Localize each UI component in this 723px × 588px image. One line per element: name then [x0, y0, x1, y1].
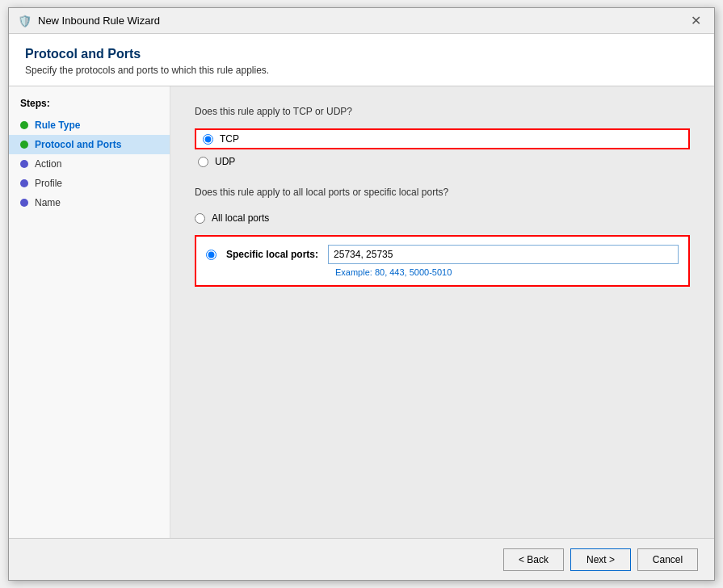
step-label-rule-type: Rule Type	[35, 120, 80, 131]
tcp-option[interactable]: TCP	[195, 128, 690, 149]
udp-label: UDP	[215, 156, 235, 167]
page-title: Protocol and Ports	[25, 47, 698, 61]
dialog-icon: 🛡️	[17, 14, 32, 28]
all-ports-label: All local ports	[212, 212, 269, 224]
title-bar-left: 🛡️ New Inbound Rule Wizard	[17, 14, 160, 28]
step-dot-action	[20, 160, 28, 168]
protocol-radio-group: TCP UDP	[195, 128, 690, 167]
ports-input[interactable]	[328, 245, 679, 264]
header-section: Protocol and Ports Specify the protocols…	[9, 34, 714, 86]
title-bar: 🛡️ New Inbound Rule Wizard ✕	[9, 8, 714, 34]
sidebar: Steps: Rule Type Protocol and Ports Acti…	[9, 86, 170, 538]
page-subtitle: Specify the protocols and ports to which…	[25, 65, 698, 76]
step-dot-name	[20, 199, 28, 207]
cancel-button[interactable]: Cancel	[637, 548, 698, 571]
sidebar-item-protocol-and-ports[interactable]: Protocol and Ports	[9, 135, 170, 154]
tcp-label: TCP	[220, 133, 239, 145]
ports-example: Example: 80, 443, 5000-5010	[335, 267, 679, 277]
step-label-protocol: Protocol and Ports	[35, 139, 121, 150]
close-button[interactable]: ✕	[685, 13, 706, 29]
sidebar-item-profile[interactable]: Profile	[9, 174, 170, 193]
question-tcp-udp: Does this rule apply to TCP or UDP?	[195, 106, 690, 117]
specific-ports-box: Specific local ports: Example: 80, 443, …	[195, 235, 690, 287]
specific-ports-label: Specific local ports:	[226, 249, 318, 260]
specific-ports-row: Specific local ports:	[206, 245, 679, 264]
content-area: Steps: Rule Type Protocol and Ports Acti…	[9, 86, 714, 538]
specific-ports-radio[interactable]	[206, 250, 216, 260]
dialog-title: New Inbound Rule Wizard	[38, 15, 160, 27]
all-ports-radio[interactable]	[195, 213, 205, 224]
main-panel: Does this rule apply to TCP or UDP? TCP …	[170, 86, 714, 538]
udp-radio[interactable]	[198, 157, 208, 167]
ports-section: All local ports Specific local ports: Ex…	[195, 209, 690, 287]
step-dot-rule-type	[20, 121, 28, 129]
udp-option[interactable]: UDP	[198, 156, 690, 167]
back-button[interactable]: < Back	[503, 548, 564, 571]
sidebar-item-name[interactable]: Name	[9, 193, 170, 212]
next-button[interactable]: Next >	[570, 548, 631, 571]
step-dot-protocol	[20, 141, 28, 149]
step-label-action: Action	[35, 158, 61, 170]
step-label-name: Name	[35, 197, 61, 208]
sidebar-item-action[interactable]: Action	[9, 154, 170, 174]
steps-label: Steps:	[9, 98, 170, 116]
tcp-radio[interactable]	[203, 134, 213, 145]
all-local-ports-option[interactable]: All local ports	[195, 209, 690, 227]
footer: < Back Next > Cancel	[9, 538, 714, 580]
sidebar-item-rule-type[interactable]: Rule Type	[9, 116, 170, 135]
step-dot-profile	[20, 179, 28, 187]
question-ports: Does this rule apply to all local ports …	[195, 187, 690, 198]
step-label-profile: Profile	[35, 178, 62, 189]
dialog-window: 🛡️ New Inbound Rule Wizard ✕ Protocol an…	[8, 7, 715, 581]
